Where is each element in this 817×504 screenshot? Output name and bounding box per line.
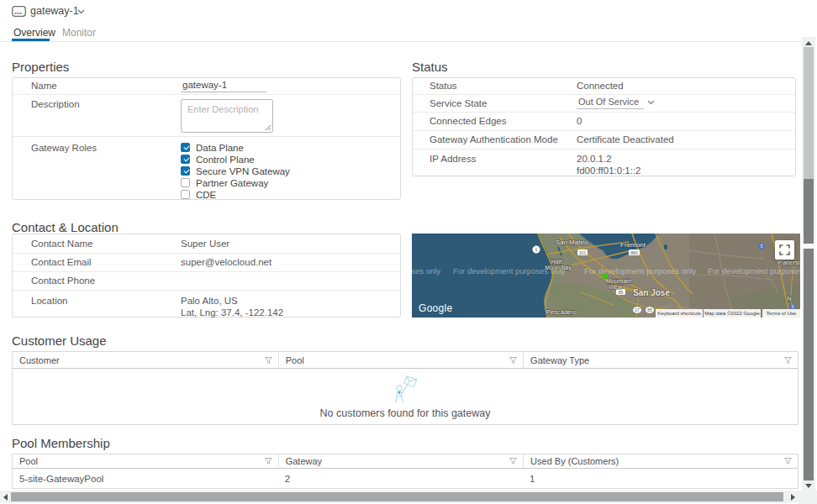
pool-cell: 5-site-GatewayPool [13, 474, 278, 484]
connected-edges-label: Connected Edges [413, 116, 577, 126]
ip-address-label: IP Address [413, 153, 577, 165]
filter-icon[interactable] [265, 458, 272, 465]
location-value: Palo Alto, US Lat, Lng: 37.4, -122.142 [181, 295, 400, 318]
gateway-auth-mode-value: Certificate Deactivated [577, 134, 795, 144]
scrollbar-thumb[interactable] [11, 492, 783, 501]
column-header-customer[interactable]: Customer [13, 352, 278, 368]
column-header-pool[interactable]: Pool [13, 454, 278, 468]
resize-handle-icon[interactable] [264, 123, 271, 131]
location-map[interactable]: 1 101 880 85 17 85 5 5 San Mateo Fremont… [412, 234, 800, 318]
svg-text:1: 1 [535, 247, 538, 252]
terms-of-use-link[interactable]: Terms of Use [762, 309, 800, 318]
contact-email-value: super@velocloud.net [181, 257, 400, 267]
pool-membership-title: Pool Membership [12, 436, 110, 450]
connected-edges-value: 0 [577, 116, 795, 126]
filter-icon[interactable] [509, 357, 517, 364]
location-label: Location [13, 295, 181, 307]
gateway-overview-page: gateway-1 Overview Monitor Properties Na… [0, 0, 817, 504]
contact-name-label: Contact Name [13, 239, 181, 249]
contact-email-label: Contact Email [13, 257, 181, 267]
name-input[interactable] [181, 80, 266, 92]
svg-text:N: N [787, 296, 791, 302]
service-state-select[interactable]: Out Of Service [577, 97, 644, 109]
role-data-plane[interactable]: Data Plane [181, 143, 400, 152]
checkbox-secure-vpn-gateway[interactable] [181, 166, 190, 176]
svg-text:Fremont: Fremont [620, 241, 646, 249]
checkbox-cde[interactable] [181, 190, 190, 199]
scrollbar-thumb[interactable] [804, 47, 814, 179]
customer-usage-title: Customer Usage [12, 333, 107, 348]
empty-state-icon [13, 374, 798, 409]
checkbox-partner-gateway[interactable] [181, 178, 190, 187]
horizontal-scrollbar[interactable] [0, 491, 799, 503]
scroll-left-arrow[interactable] [3, 494, 8, 501]
svg-text:San Mateo: San Mateo [556, 239, 588, 246]
scrollbar-thumb[interactable] [804, 249, 814, 480]
svg-text:85: 85 [647, 307, 652, 312]
fullscreen-icon [779, 244, 790, 255]
role-partner-gateway[interactable]: Partner Gateway [181, 178, 400, 187]
vertical-scrollbar[interactable] [802, 37, 815, 491]
fullscreen-button[interactable] [775, 240, 794, 260]
contact-name-value: Super User [181, 239, 400, 249]
scrollbar-thumb[interactable] [804, 179, 814, 244]
map-watermark: For development purposes only [584, 266, 696, 276]
table-row[interactable]: 5-site-GatewayPool 2 1 [13, 469, 798, 489]
role-cde[interactable]: CDE [181, 190, 400, 199]
svg-text:Half: Half [551, 259, 562, 265]
status-label: Status [413, 81, 577, 91]
tab-overview[interactable]: Overview [13, 27, 55, 39]
chevron-down-icon [647, 100, 655, 105]
map-data-attribution: Map data ©2022 Google [704, 309, 761, 318]
role-control-plane[interactable]: Control Plane [181, 155, 400, 164]
svg-text:Pescadero: Pescadero [546, 308, 577, 316]
properties-card: Name Description Enter Description Gatew… [12, 77, 401, 200]
description-textarea[interactable]: Enter Description [181, 99, 273, 133]
column-header-gateway[interactable]: Gateway [278, 454, 523, 468]
column-header-gateway-type[interactable]: Gateway Type [523, 352, 798, 368]
pool-membership-table: Pool Gateway Used By (Customers) 5-site-… [12, 454, 799, 489]
description-placeholder: Enter Description [187, 104, 258, 114]
ip-address-value: 20.0.1.2 fd00:ff01:0:1::2 [577, 153, 795, 176]
column-header-used-by[interactable]: Used By (Customers) [523, 454, 798, 468]
map-watermark: For development purposes only [708, 266, 800, 276]
gateway-auth-mode-label: Gateway Authentication Mode [413, 134, 577, 144]
status-title: Status [412, 60, 448, 74]
service-state-label: Service State [413, 98, 577, 108]
google-logo[interactable]: Google [419, 302, 453, 314]
status-value: Connected [577, 81, 795, 91]
map-watermark: For development purposes only [412, 266, 440, 276]
scroll-up-arrow[interactable] [805, 41, 812, 45]
checkbox-control-plane[interactable] [181, 155, 190, 164]
status-card: Status Connected Service State Out Of Se… [412, 77, 796, 176]
svg-text:Patterson: Patterson [778, 259, 800, 266]
empty-state-text: No customers found for this gateway [13, 407, 798, 419]
filter-icon[interactable] [784, 357, 792, 364]
tab-monitor[interactable]: Monitor [62, 27, 96, 39]
contact-location-title: Contact & Location [12, 220, 119, 234]
contact-card: Contact Name Super User Contact Email su… [12, 234, 401, 318]
gateway-icon [12, 6, 26, 17]
scroll-down-arrow[interactable] [805, 484, 812, 488]
scroll-right-arrow[interactable] [791, 494, 795, 501]
keyboard-shortcuts-link[interactable]: Keyboard shortcuts [656, 309, 703, 318]
customer-usage-table: Customer Pool Gateway Type No customers … [12, 351, 799, 425]
checkbox-data-plane[interactable] [181, 143, 190, 152]
filter-icon[interactable] [265, 357, 272, 364]
page-title[interactable]: gateway-1 [30, 5, 79, 17]
svg-text:View: View [609, 283, 623, 291]
map-marker[interactable] [602, 273, 608, 279]
svg-text:880: 880 [630, 250, 638, 255]
chevron-down-icon[interactable] [77, 9, 85, 14]
svg-text:101: 101 [579, 250, 587, 255]
properties-title: Properties [12, 60, 69, 74]
contact-phone-label: Contact Phone [13, 276, 181, 286]
scrollbar-corner [799, 491, 817, 504]
map-watermark: For development purposes only [453, 266, 565, 276]
filter-icon[interactable] [509, 458, 517, 465]
filter-icon[interactable] [784, 458, 792, 465]
column-header-pool[interactable]: Pool [278, 352, 523, 368]
role-secure-vpn-gateway[interactable]: Secure VPN Gateway [181, 166, 400, 176]
used-by-cell: 1 [523, 474, 798, 484]
gateway-cell: 2 [278, 474, 523, 484]
